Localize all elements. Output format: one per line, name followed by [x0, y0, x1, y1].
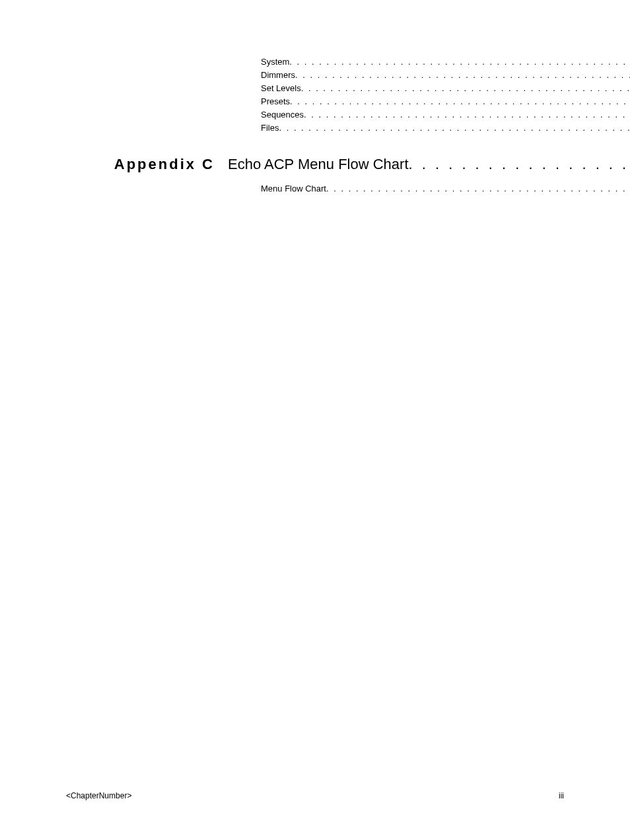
toc-section-row: Appendix C Echo ACP Menu Flow Chart . . …: [66, 156, 564, 173]
toc-right-col: System . . . . . . . . . . . . . . . . .…: [228, 55, 630, 135]
document-page: System . . . . . . . . . . . . . . . . .…: [0, 0, 630, 840]
toc-row: Menu Flow Chart . . . . . . . . . . . . …: [66, 182, 564, 195]
toc-leader-dots: . . . . . . . . . . . . . . . . . . . . …: [409, 156, 631, 173]
appendix-title-line: Echo ACP Menu Flow Chart . . . . . . . .…: [228, 156, 630, 173]
toc-content: System . . . . . . . . . . . . . . . . .…: [66, 55, 564, 195]
toc-leader-dots: . . . . . . . . . . . . . . . . . . . . …: [290, 95, 630, 108]
appendix-title: Echo ACP Menu Flow Chart: [228, 156, 409, 173]
toc-sub-entry: Dimmers . . . . . . . . . . . . . . . . …: [261, 69, 630, 82]
toc-sub-entry: Sequences . . . . . . . . . . . . . . . …: [261, 108, 630, 122]
toc-leader-dots: . . . . . . . . . . . . . . . . . . . . …: [304, 108, 630, 122]
toc-entry-label: Menu Flow Chart: [261, 182, 326, 195]
toc-leader-dots: . . . . . . . . . . . . . . . . . . . . …: [289, 55, 630, 69]
toc-right-col: Menu Flow Chart . . . . . . . . . . . . …: [228, 182, 630, 195]
toc-leader-dots: . . . . . . . . . . . . . . . . . . . . …: [326, 182, 630, 195]
toc-entry-label: Presets: [261, 95, 290, 108]
toc-entry-label: System: [261, 55, 289, 69]
toc-entry-label: Sequences: [261, 108, 304, 122]
toc-sub-entry: Files . . . . . . . . . . . . . . . . . …: [261, 122, 630, 135]
footer-left: <ChapterNumber>: [66, 791, 131, 800]
toc-row: System . . . . . . . . . . . . . . . . .…: [66, 55, 564, 135]
appendix-heading: Appendix C: [66, 156, 228, 173]
toc-sub-entry: Set Levels . . . . . . . . . . . . . . .…: [261, 82, 630, 95]
footer-right: iii: [559, 791, 564, 800]
toc-entry-label: Set Levels: [261, 82, 301, 95]
toc-leader-dots: . . . . . . . . . . . . . . . . . . . . …: [295, 69, 630, 82]
toc-sub-entry: Presets . . . . . . . . . . . . . . . . …: [261, 95, 630, 108]
page-footer: <ChapterNumber> iii: [66, 791, 564, 800]
toc-entry-label: Files: [261, 122, 279, 135]
toc-sub-entry: System . . . . . . . . . . . . . . . . .…: [261, 55, 630, 69]
toc-leader-dots: . . . . . . . . . . . . . . . . . . . . …: [301, 82, 630, 95]
toc-sub-entry: Menu Flow Chart . . . . . . . . . . . . …: [261, 182, 630, 195]
toc-leader-dots: . . . . . . . . . . . . . . . . . . . . …: [279, 122, 630, 135]
toc-entry-label: Dimmers: [261, 69, 295, 82]
